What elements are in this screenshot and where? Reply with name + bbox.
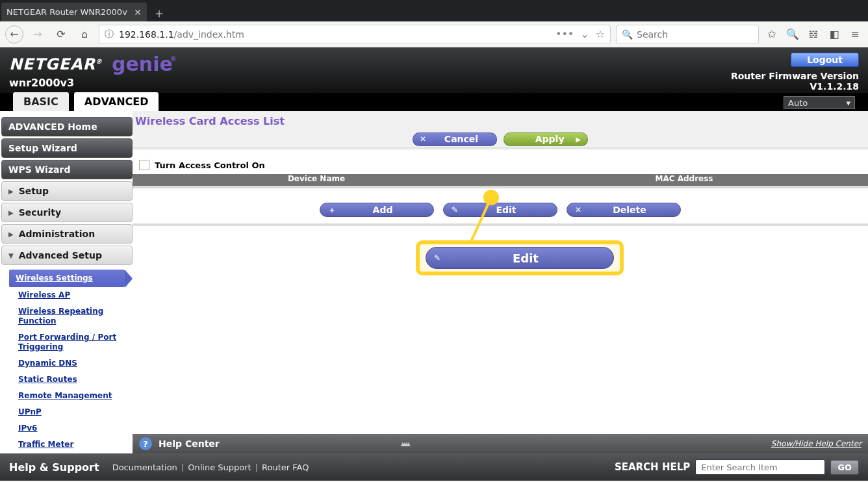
pocket-icon[interactable]: ⌄ — [580, 28, 589, 40]
pencil-icon: ✎ — [452, 205, 463, 214]
search-icon: 🔍 — [622, 29, 633, 40]
sidebar-icon[interactable]: ◧ — [826, 28, 842, 40]
triangle-down-icon: ▼ — [8, 252, 14, 259]
browser-tab-strip: NETGEAR Router WNR2000v ✕ ＋ — [0, 0, 868, 21]
access-control-label: Turn Access Control On — [155, 160, 265, 170]
reload-button[interactable]: ⟳ — [52, 25, 70, 44]
netgear-logo: NETGEAR® — [9, 55, 103, 73]
subitem-ipv6[interactable]: IPv6 — [16, 420, 133, 437]
footer-link-router-faq[interactable]: Router FAQ — [258, 463, 313, 472]
help-center-bar[interactable]: ? Help Center ▴▴▴▴ Show/Hide Help Center — [133, 434, 868, 453]
col-mac-address: MAC Address — [500, 174, 868, 186]
apply-button[interactable]: Apply ▶ — [504, 133, 588, 146]
sidebar-item-administration[interactable]: ▶Administration — [1, 224, 133, 244]
logout-button[interactable]: Logout — [791, 53, 859, 67]
browser-tab-title: NETGEAR Router WNR2000v — [6, 7, 134, 17]
subitem-wireless-ap[interactable]: Wireless AP — [16, 287, 133, 303]
firmware-label: Router Firmware Version — [731, 71, 859, 81]
page-title: Wireless Card Access List — [133, 111, 868, 131]
plus-icon: ＋ — [328, 205, 340, 216]
footer-link-online-support[interactable]: Online Support — [184, 463, 255, 472]
row-button-bar: ＋ Add ✎ Edit ✕ Delete ✎ — [133, 199, 868, 223]
help-center-toggle[interactable]: Show/Hide Help Center — [771, 439, 862, 448]
question-icon: ? — [139, 437, 152, 450]
edit-callout-button[interactable]: ✎ Edit — [426, 247, 614, 269]
hamburger-icon[interactable]: ≡ — [847, 28, 863, 40]
subitem-wireless-repeating[interactable]: Wireless Repeating Function — [16, 303, 133, 329]
pencil-icon: ✎ — [434, 253, 446, 262]
sidebar-item-setup[interactable]: ▶Setup — [1, 181, 133, 201]
access-control-checkbox[interactable] — [139, 160, 149, 170]
cancel-button[interactable]: ✕ Cancel — [413, 133, 497, 146]
browser-toolbar: ← → ⟳ ⌂ ⓘ 192.168.1.1/adv_index.htm ••• … — [0, 21, 868, 47]
url-path: /adv_index.htm — [174, 29, 244, 40]
language-select[interactable]: Auto ▾ — [784, 96, 855, 109]
x-icon: ✕ — [420, 134, 433, 144]
forward-button[interactable]: → — [29, 25, 47, 44]
edit-callout: ✎ Edit — [416, 240, 624, 275]
subitem-port-forwarding[interactable]: Port Forwarding / Port Triggering — [16, 329, 133, 355]
model-label: wnr2000v3 — [9, 77, 173, 89]
close-icon[interactable]: ✕ — [134, 7, 142, 18]
sidebar-item-advanced-setup[interactable]: ▼Advanced Setup — [1, 246, 133, 265]
sidebar-item-wps-wizard[interactable]: WPS Wizard — [1, 160, 133, 179]
sidebar-item-setup-wizard[interactable]: Setup Wizard — [1, 138, 133, 158]
svg-line-0 — [470, 197, 491, 243]
footer-link-documentation[interactable]: Documentation — [108, 463, 181, 472]
col-device-name: Device Name — [133, 174, 500, 186]
search-help-input[interactable] — [695, 459, 825, 475]
tab-basic[interactable]: BASIC — [13, 92, 69, 111]
triangle-right-icon: ▶ — [8, 188, 14, 195]
content-pane: Wireless Card Access List ✕ Cancel Apply… — [133, 111, 868, 453]
browser-search[interactable]: 🔍 — [616, 25, 759, 44]
sidebar-item-security[interactable]: ▶Security — [1, 203, 133, 222]
language-value: Auto — [788, 98, 808, 108]
help-support-label: Help & Support — [9, 461, 99, 474]
url-bar[interactable]: ⓘ 192.168.1.1/adv_index.htm ••• ⌄ ☆ — [99, 25, 611, 44]
footer-bar: Help & Support Documentation | Online Su… — [0, 453, 868, 481]
x-icon: ✕ — [575, 205, 587, 214]
tab-advanced[interactable]: ADVANCED — [74, 92, 159, 111]
subitem-wireless-settings[interactable]: Wireless Settings — [9, 270, 125, 287]
search-tool-icon[interactable]: 🔍 — [785, 28, 800, 40]
table-header: Device Name MAC Address — [133, 174, 868, 186]
new-tab-button[interactable]: ＋ — [151, 5, 168, 21]
browser-search-input[interactable] — [637, 29, 753, 40]
chevron-up-icon: ▴▴▴▴ — [401, 439, 409, 448]
bookmark-plus-icon[interactable]: ✩ — [764, 28, 780, 40]
add-button[interactable]: ＋ Add — [320, 203, 434, 217]
subitem-dynamic-dns[interactable]: Dynamic DNS — [16, 355, 133, 372]
url-host: 192.168.1.1 — [119, 29, 174, 40]
top-button-bar: ✕ Cancel Apply ▶ — [133, 131, 868, 149]
delete-button[interactable]: ✕ Delete — [567, 203, 681, 217]
firmware-version: V1.1.2.18 — [810, 81, 860, 92]
library-icon[interactable]: 𝍌 — [806, 28, 821, 40]
browser-tab[interactable]: NETGEAR Router WNR2000v ✕ — [1, 3, 147, 21]
back-button[interactable]: ← — [5, 25, 23, 44]
triangle-right-icon: ▶ — [576, 136, 581, 143]
go-button[interactable]: GO — [830, 460, 859, 475]
router-page: NETGEAR® genie® wnr2000v3 Logout Router … — [0, 47, 868, 481]
page-header: NETGEAR® genie® wnr2000v3 Logout Router … — [0, 47, 868, 93]
sidebar-item-advanced-home[interactable]: ADVANCED Home — [1, 117, 133, 136]
subitem-traffic-meter[interactable]: Traffic Meter — [16, 437, 133, 453]
subitem-remote-management[interactable]: Remote Management — [16, 388, 133, 404]
star-icon[interactable]: ☆ — [596, 28, 605, 40]
search-help-label: SEARCH HELP — [615, 461, 690, 473]
subitem-upnp[interactable]: UPnP — [16, 404, 133, 420]
main-tab-row: BASIC ADVANCED Auto ▾ — [0, 93, 868, 111]
help-center-title: Help Center — [159, 438, 220, 449]
triangle-right-icon: ▶ — [8, 231, 14, 238]
sidebar-sublist: Wireless Settings Wireless AP Wireless R… — [1, 267, 133, 455]
info-icon[interactable]: ⓘ — [105, 29, 114, 40]
home-button[interactable]: ⌂ — [75, 25, 94, 44]
subitem-static-routes[interactable]: Static Routes — [16, 372, 133, 388]
triangle-right-icon: ▶ — [8, 209, 14, 216]
sidebar: ADVANCED Home Setup Wizard WPS Wizard ▶S… — [0, 111, 133, 453]
chevron-down-icon: ▾ — [846, 98, 850, 108]
meatball-icon[interactable]: ••• — [555, 28, 574, 40]
genie-logo: genie® — [112, 53, 173, 75]
